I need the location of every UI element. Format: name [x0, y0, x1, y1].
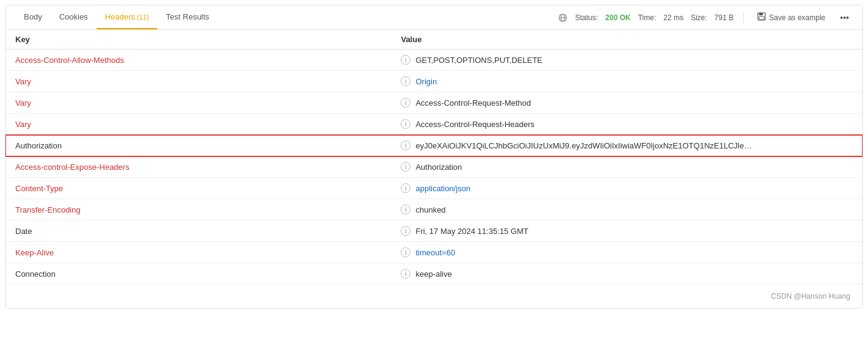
header-value: chunked: [415, 205, 445, 214]
save-icon: [757, 12, 766, 23]
main-panel: Body Cookies Headers(11) Test Results St…: [5, 5, 863, 309]
table-row: DateiFri, 17 May 2024 11:35:15 GMT: [6, 221, 862, 242]
time-value: 22 ms: [663, 13, 683, 22]
table-row: Keep-Aliveitimeout=60: [6, 242, 862, 263]
table-row: Transfer-Encodingichunked: [6, 199, 862, 221]
header-value: timeout=60: [415, 248, 455, 257]
status-bar: Status: 200 OK Time: 22 ms Size: 791 B S…: [558, 10, 853, 25]
info-icon[interactable]: i: [401, 247, 410, 257]
status-label: Status:: [575, 13, 598, 22]
info-icon[interactable]: i: [401, 269, 410, 279]
header-value: keep-alive: [415, 269, 451, 279]
header-key: Date: [15, 227, 32, 236]
status-value: 200 OK: [606, 13, 631, 22]
header-value: Authorization: [415, 163, 462, 172]
header-key: Vary: [15, 77, 31, 86]
header-key: Transfer-Encoding: [15, 205, 80, 214]
table-row: VaryiAccess-Control-Request-Headers: [6, 114, 862, 135]
header-key: Vary: [15, 98, 31, 108]
tab-bar: Body Cookies Headers(11) Test Results St…: [6, 5, 862, 30]
header-value: GET,POST,OPTIONS,PUT,DELETE: [415, 56, 542, 65]
tabs-left: Body Cookies Headers(11) Test Results: [15, 5, 218, 29]
info-icon[interactable]: i: [401, 183, 410, 193]
table-row: Connectionikeep-alive: [6, 263, 862, 285]
header-key: Vary: [15, 120, 31, 129]
info-icon[interactable]: i: [401, 55, 410, 65]
table-row: VaryiOrigin: [6, 71, 862, 92]
header-value: eyJ0eXAiOiJKV1QiLCJhbGciOiJIUzUxMiJ9.eyJ…: [415, 141, 752, 150]
size-value: 791 B: [714, 13, 733, 22]
value-column-header: Value: [391, 30, 862, 49]
info-icon[interactable]: i: [401, 226, 410, 236]
table-row: VaryiAccess-Control-Request-Method: [6, 92, 862, 114]
info-icon[interactable]: i: [401, 119, 410, 129]
footer-credit: CSDN @Hanson Huang: [6, 285, 862, 308]
headers-table: Key Value Access-Control-Allow-MethodsiG…: [6, 30, 862, 285]
info-icon[interactable]: i: [401, 162, 410, 172]
more-button[interactable]: •••: [836, 10, 853, 25]
divider: [743, 12, 744, 24]
header-key: Access-Control-Allow-Methods: [15, 56, 124, 65]
header-value: application/json: [415, 184, 470, 193]
header-key: Content-Type: [15, 184, 63, 193]
header-key: Access-control-Expose-Headers: [15, 163, 129, 172]
info-icon[interactable]: i: [401, 76, 410, 86]
header-value: Access-Control-Request-Headers: [415, 120, 534, 129]
header-value: Access-Control-Request-Method: [415, 98, 531, 108]
save-example-label: Save as example: [769, 13, 825, 22]
table-header-row: Key Value: [6, 30, 862, 49]
header-key: Connection: [15, 269, 56, 279]
time-label: Time:: [638, 13, 656, 22]
key-column-header: Key: [6, 30, 391, 49]
save-example-button[interactable]: Save as example: [754, 10, 829, 25]
tab-test-results[interactable]: Test Results: [157, 5, 218, 29]
table-row: AuthorizationieyJ0eXAiOiJKV1QiLCJhbGciOi…: [6, 135, 862, 156]
tab-headers[interactable]: Headers(11): [97, 5, 158, 29]
header-value: Fri, 17 May 2024 11:35:15 GMT: [415, 227, 528, 236]
globe-icon: [558, 13, 568, 23]
tab-body[interactable]: Body: [15, 5, 51, 29]
svg-rect-5: [759, 16, 764, 20]
table-row: Access-control-Expose-HeadersiAuthorizat…: [6, 156, 862, 178]
info-icon[interactable]: i: [401, 98, 410, 108]
header-value: Origin: [415, 77, 437, 86]
size-label: Size:: [691, 13, 707, 22]
header-key: Keep-Alive: [15, 248, 54, 257]
info-icon[interactable]: i: [401, 205, 410, 214]
table-row: Content-Typeiapplication/json: [6, 178, 862, 199]
info-icon[interactable]: i: [401, 141, 410, 150]
table-row: Access-Control-Allow-MethodsiGET,POST,OP…: [6, 49, 862, 71]
tab-cookies[interactable]: Cookies: [51, 5, 97, 29]
header-key: Authorization: [15, 141, 62, 150]
svg-rect-4: [759, 13, 763, 15]
